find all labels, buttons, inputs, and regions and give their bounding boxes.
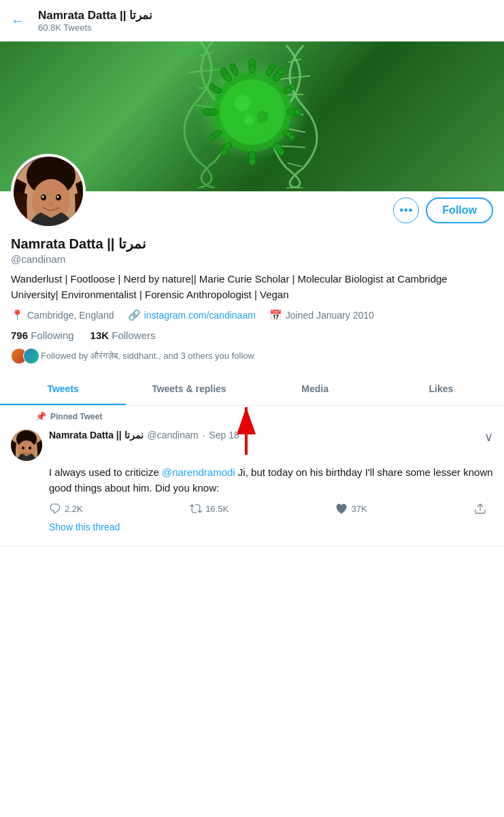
website-link[interactable]: instagram.com/candinaam: [144, 310, 256, 321]
svg-point-15: [244, 116, 254, 125]
retweet-count: 16.5K: [205, 504, 229, 514]
back-button[interactable]: ←: [11, 13, 24, 29]
reply-action[interactable]: 2.2K: [49, 502, 83, 515]
profile-stats: 796 Following 13K Followers: [11, 330, 493, 341]
follower-avatar-2: [23, 348, 39, 364]
svg-point-21: [295, 109, 301, 116]
svg-point-39: [230, 64, 235, 69]
svg-point-14: [256, 111, 269, 123]
tweet-author-avatar[interactable]: [11, 430, 42, 461]
share-icon: [474, 502, 486, 515]
tweet-body-before: I always used to criticize: [49, 466, 162, 478]
svg-point-57: [22, 447, 24, 449]
svg-point-50: [42, 196, 44, 198]
link-icon: 🔗: [128, 309, 141, 321]
svg-point-41: [209, 84, 215, 90]
avatar-image: [14, 157, 86, 229]
pin-icon: 📌: [35, 411, 46, 421]
followers-stat[interactable]: 13K Followers: [90, 330, 156, 341]
svg-point-43: [209, 135, 215, 140]
header-profile-name: Namrata Datta || نمرتا: [38, 8, 152, 22]
follower-avatars: [11, 348, 35, 364]
svg-line-6: [288, 163, 302, 167]
following-stat[interactable]: 796 Following: [11, 330, 74, 341]
avatar-row: ••• Follow: [11, 185, 493, 229]
tweet-author-handle: @candinam: [148, 430, 199, 440]
pinned-tweet-section: 📌 Pinned Tweet: [0, 406, 504, 547]
action-buttons: ••• Follow: [393, 197, 493, 229]
svg-point-51: [57, 196, 59, 198]
followed-by-text: Followed by औरंगज़ेब, siddhant., and 3 o…: [41, 351, 254, 362]
tab-likes[interactable]: Likes: [378, 374, 504, 405]
red-arrow-svg: [226, 400, 267, 462]
calendar-icon: 📅: [269, 309, 282, 321]
tab-media[interactable]: Media: [252, 374, 378, 405]
pinned-tweet: Namrata Datta || نمرتا @candinam · Sep 1…: [0, 424, 504, 547]
virus-graphic: [178, 42, 327, 189]
svg-line-4: [289, 129, 305, 133]
share-action[interactable]: [474, 502, 486, 515]
joined-item: 📅 Joined January 2010: [269, 309, 374, 321]
pinned-label-text: Pinned Tweet: [50, 412, 102, 421]
profile-handle: @candinam: [11, 253, 493, 265]
joined-text: Joined January 2010: [286, 310, 374, 321]
svg-point-12: [220, 80, 285, 145]
like-count: 37K: [351, 504, 367, 514]
profile-meta: 📍 Cambridge, England 🔗 instagram.com/can…: [11, 309, 493, 321]
website-item[interactable]: 🔗 instagram.com/candinaam: [128, 309, 256, 321]
svg-line-10: [196, 106, 215, 108]
svg-point-37: [289, 135, 295, 140]
followers-label: Followers: [112, 330, 155, 341]
followed-by: Followed by औरंगज़ेब, siddhant., and 3 o…: [11, 348, 493, 364]
profile-bio: Wanderlust | Footloose | Nerd by nature|…: [11, 272, 493, 302]
tweet-name-row: Namrata Datta || نمرتا @candinam · Sep 1…: [49, 430, 239, 440]
follow-button[interactable]: Follow: [426, 197, 493, 223]
tweet-author-name: Namrata Datta || نمرتا: [49, 430, 144, 440]
svg-point-31: [220, 68, 227, 75]
svg-line-8: [189, 69, 222, 73]
svg-point-13: [234, 95, 250, 112]
tab-tweets[interactable]: Tweets: [0, 374, 126, 405]
svg-line-5: [281, 146, 305, 148]
header-tweet-count: 60.8K Tweets: [38, 22, 152, 33]
retweet-icon: [190, 502, 202, 515]
svg-point-52: [49, 203, 53, 206]
tweet-avatar-image: [11, 430, 42, 461]
show-thread-link[interactable]: Show this thread: [49, 522, 493, 541]
svg-point-27: [220, 149, 227, 156]
tweet-body: I always used to criticize @narendramodi…: [49, 465, 493, 496]
following-label: Following: [31, 330, 73, 341]
like-action[interactable]: 37K: [335, 502, 367, 515]
svg-point-23: [278, 149, 284, 156]
reply-count: 2.2K: [65, 504, 83, 514]
profile-header: ← Namrata Datta || نمرتا 60.8K Tweets: [0, 0, 504, 42]
svg-point-35: [290, 84, 295, 90]
svg-point-29: [203, 109, 210, 116]
svg-point-17: [249, 59, 256, 66]
reply-icon: [49, 502, 61, 515]
profile-section: ••• Follow Namrata Datta || نمرتا @candi…: [0, 185, 504, 364]
tweet-chevron-icon[interactable]: ∨: [484, 430, 493, 445]
profile-name: Namrata Datta || نمرتا: [11, 236, 493, 252]
location-icon: 📍: [11, 309, 24, 321]
followers-count: 13K: [90, 330, 110, 341]
like-icon: [335, 502, 348, 515]
svg-point-58: [29, 447, 31, 449]
header-info: Namrata Datta || نمرتا 60.8K Tweets: [38, 8, 152, 33]
retweet-action[interactable]: 16.5K: [190, 502, 229, 515]
following-count: 796: [11, 330, 28, 341]
svg-line-2: [286, 95, 303, 95]
more-options-button[interactable]: •••: [393, 197, 419, 223]
svg-point-33: [269, 64, 275, 69]
tweet-meta: Namrata Datta || نمرتا @candinam · Sep 1…: [49, 430, 493, 445]
svg-point-19: [278, 68, 284, 75]
location-item: 📍 Cambridge, England: [11, 309, 114, 321]
svg-point-25: [249, 159, 256, 165]
location-text: Cambridge, England: [27, 310, 114, 321]
tweet-mention[interactable]: @narendramodi: [162, 466, 235, 478]
tweet-actions: 2.2K 16.5K 37K: [42, 502, 493, 515]
profile-avatar: [11, 154, 86, 229]
